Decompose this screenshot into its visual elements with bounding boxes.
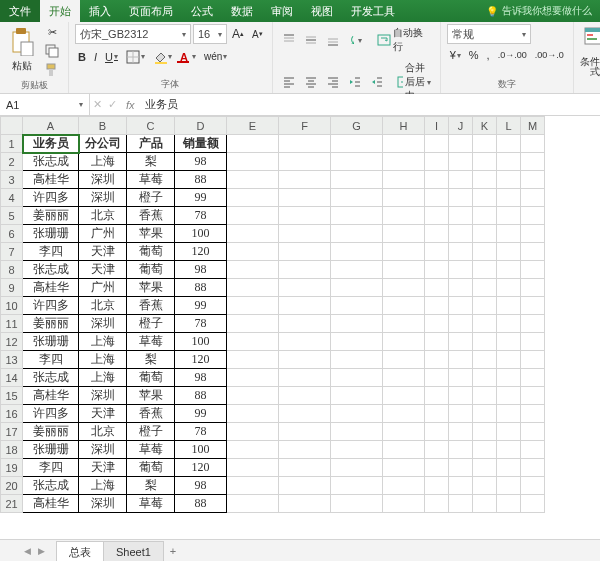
- cell[interactable]: [425, 171, 449, 189]
- column-header[interactable]: C: [127, 117, 175, 135]
- tab-insert[interactable]: 插入: [80, 0, 120, 22]
- cell[interactable]: [279, 135, 331, 153]
- cell[interactable]: [331, 405, 383, 423]
- cell[interactable]: 天津: [79, 243, 127, 261]
- cell[interactable]: [425, 477, 449, 495]
- cell[interactable]: [279, 279, 331, 297]
- cell[interactable]: [279, 387, 331, 405]
- cell[interactable]: 橙子: [127, 189, 175, 207]
- name-box[interactable]: A1▾: [0, 94, 90, 115]
- cell[interactable]: 99: [175, 297, 227, 315]
- cell[interactable]: 草莓: [127, 333, 175, 351]
- cell[interactable]: [473, 171, 497, 189]
- cell[interactable]: [449, 297, 473, 315]
- cell[interactable]: [425, 135, 449, 153]
- cell[interactable]: [521, 495, 545, 513]
- align-middle-button[interactable]: [301, 31, 321, 49]
- row-header[interactable]: 16: [1, 405, 23, 423]
- cell[interactable]: [227, 459, 279, 477]
- cell[interactable]: [473, 135, 497, 153]
- align-left-button[interactable]: [279, 73, 299, 91]
- cell[interactable]: 许四多: [23, 189, 79, 207]
- conditional-formatting-button[interactable]: [580, 24, 600, 56]
- cell[interactable]: [449, 207, 473, 225]
- cell[interactable]: 梨: [127, 153, 175, 171]
- cell[interactable]: 张珊珊: [23, 225, 79, 243]
- column-header[interactable]: D: [175, 117, 227, 135]
- cell[interactable]: [449, 351, 473, 369]
- cell[interactable]: [227, 297, 279, 315]
- row-header[interactable]: 13: [1, 351, 23, 369]
- column-header[interactable]: A: [23, 117, 79, 135]
- cell[interactable]: [425, 423, 449, 441]
- cell[interactable]: [497, 477, 521, 495]
- cell[interactable]: [521, 189, 545, 207]
- cell[interactable]: 高桂华: [23, 171, 79, 189]
- cell[interactable]: [279, 243, 331, 261]
- cell[interactable]: [473, 315, 497, 333]
- cell[interactable]: [497, 297, 521, 315]
- cell[interactable]: [383, 297, 425, 315]
- cell[interactable]: 梨: [127, 351, 175, 369]
- cell[interactable]: [383, 333, 425, 351]
- cell[interactable]: [279, 423, 331, 441]
- cell[interactable]: [279, 405, 331, 423]
- cell[interactable]: 深圳: [79, 171, 127, 189]
- cell[interactable]: [383, 423, 425, 441]
- cell[interactable]: 100: [175, 333, 227, 351]
- cell[interactable]: [227, 243, 279, 261]
- cell[interactable]: [227, 153, 279, 171]
- cell[interactable]: [383, 459, 425, 477]
- cell[interactable]: [425, 261, 449, 279]
- number-format-select[interactable]: 常规▾: [447, 24, 531, 44]
- cell[interactable]: 98: [175, 477, 227, 495]
- cell[interactable]: [521, 243, 545, 261]
- cancel-formula-button[interactable]: ✕: [90, 96, 105, 113]
- cell[interactable]: [279, 459, 331, 477]
- cell[interactable]: 88: [175, 387, 227, 405]
- cell[interactable]: 香蕉: [127, 297, 175, 315]
- row-header[interactable]: 18: [1, 441, 23, 459]
- row-header[interactable]: 4: [1, 189, 23, 207]
- cell[interactable]: [449, 261, 473, 279]
- column-header[interactable]: I: [425, 117, 449, 135]
- cell[interactable]: [383, 477, 425, 495]
- cell[interactable]: [227, 423, 279, 441]
- cell[interactable]: 香蕉: [127, 207, 175, 225]
- cell[interactable]: [449, 405, 473, 423]
- cell[interactable]: 许四多: [23, 297, 79, 315]
- cut-button[interactable]: ✂: [42, 24, 62, 41]
- cell[interactable]: 上海: [79, 477, 127, 495]
- cell[interactable]: 分公司: [79, 135, 127, 153]
- cell[interactable]: [383, 369, 425, 387]
- cell[interactable]: 98: [175, 261, 227, 279]
- cell[interactable]: 北京: [79, 423, 127, 441]
- fill-color-button[interactable]: ▾: [150, 48, 175, 66]
- cell[interactable]: [331, 153, 383, 171]
- cell[interactable]: 业务员: [23, 135, 79, 153]
- column-header[interactable]: J: [449, 117, 473, 135]
- cell[interactable]: [521, 441, 545, 459]
- sheet-nav-next[interactable]: ▶: [34, 546, 48, 556]
- cell[interactable]: 张志成: [23, 477, 79, 495]
- sheet-tab-main[interactable]: 总表: [56, 541, 104, 561]
- cell[interactable]: 98: [175, 369, 227, 387]
- row-header[interactable]: 19: [1, 459, 23, 477]
- cell[interactable]: [521, 423, 545, 441]
- cell[interactable]: [473, 369, 497, 387]
- cell[interactable]: 88: [175, 171, 227, 189]
- cell[interactable]: [497, 495, 521, 513]
- cell[interactable]: [331, 225, 383, 243]
- cell[interactable]: [383, 495, 425, 513]
- orientation-button[interactable]: ⤹▾: [345, 32, 365, 49]
- row-header[interactable]: 1: [1, 135, 23, 153]
- cell[interactable]: [497, 405, 521, 423]
- cell[interactable]: 葡萄: [127, 243, 175, 261]
- increase-indent-button[interactable]: [367, 73, 387, 91]
- cell[interactable]: 姜丽丽: [23, 315, 79, 333]
- cell[interactable]: [331, 495, 383, 513]
- cell[interactable]: 草莓: [127, 495, 175, 513]
- column-header[interactable]: K: [473, 117, 497, 135]
- cell[interactable]: 高桂华: [23, 495, 79, 513]
- add-sheet-button[interactable]: +: [163, 545, 183, 557]
